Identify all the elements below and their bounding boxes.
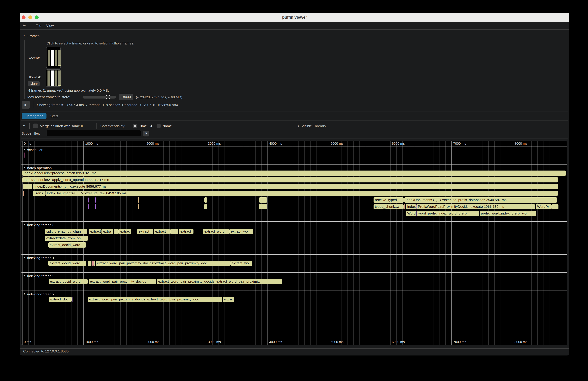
thread-label-t0[interactable]: indexing-thread:0 — [27, 223, 54, 227]
scope-bar[interactable]: extract_ — [137, 229, 153, 234]
thread-collapse-icon[interactable]: ▼ — [23, 274, 26, 277]
scope-bar[interactable]: extract_word_pair_proximity_docids — [89, 279, 156, 284]
scope-bar[interactable] — [72, 297, 72, 302]
flamegraph-panel[interactable]: 0 ms 1000 ms 2000 ms 3000 ms 4000 ms 500… — [21, 141, 567, 345]
scope-bar[interactable]: extrac — [119, 229, 131, 234]
scope-bar[interactable]: extra — [102, 229, 113, 234]
scope-bar[interactable]: IndexDocuments<_, _>::execute_prefix_dat… — [404, 197, 557, 203]
app-menu-icon[interactable]: ✳ — [22, 22, 26, 29]
scope-bar[interactable]: receive_typed_ — [374, 197, 404, 203]
scope-bar[interactable]: extract_wo — [229, 229, 253, 234]
scope-bar[interactable] — [259, 204, 267, 209]
thread-collapse-icon[interactable]: ▼ — [23, 166, 26, 169]
sort-name-radio[interactable] — [157, 124, 161, 128]
scope-bar[interactable] — [94, 261, 95, 266]
clear-button[interactable]: Clear — [28, 81, 40, 86]
thread-label-t3[interactable]: indexing-thread:3 — [27, 274, 54, 278]
scope-bar[interactable]: extract — [179, 229, 193, 234]
scope-bar[interactable]: word_prefix::index_word_prefix_ — [417, 211, 479, 216]
scope-bar[interactable]: extract_word_pair_proximity_docids::extr… — [96, 261, 230, 266]
scope-bar[interactable]: extract_doc — [49, 297, 72, 302]
scope-bar[interactable]: extract — [89, 229, 102, 234]
scope-bar[interactable]: typed_chunk::w — [374, 204, 404, 209]
scope-bar[interactable] — [24, 152, 24, 158]
scope-bar[interactable]: IndexScheduler>::apply_index_operation 8… — [22, 177, 558, 182]
scope-filter-input[interactable] — [47, 130, 141, 136]
scope-bar[interactable] — [552, 204, 558, 209]
thread-label-scheduler[interactable]: scheduler — [27, 148, 42, 152]
scope-bar[interactable]: extract_word_pair_proximity_docids::extr… — [157, 279, 282, 284]
scope-bar[interactable] — [259, 197, 267, 203]
scope-bar[interactable]: IndexDocuments<_, _>::execute_raw 8459.1… — [45, 191, 558, 196]
frame-bar[interactable] — [55, 70, 57, 86]
tab-stats[interactable]: Stats — [50, 114, 58, 118]
scope-bar[interactable] — [95, 204, 96, 209]
frames-header[interactable]: Frames — [27, 34, 40, 38]
scope-bar[interactable]: extract_word — [203, 229, 229, 234]
scope-bar[interactable]: Trans — [33, 191, 45, 196]
frame-bar[interactable] — [48, 50, 50, 66]
frame-bar-selected[interactable] — [51, 70, 54, 86]
max-recent-slider[interactable] — [83, 96, 116, 99]
menu-view[interactable]: View — [46, 22, 54, 29]
scope-bar[interactable]: extract_docid_word — [49, 279, 88, 284]
scope-bar[interactable]: extract::data_from_ob — [45, 236, 88, 241]
scope-bar[interactable]: extract_wo — [231, 261, 252, 266]
scope-bar[interactable]: PrefixWordPairsProximityDocids::execute … — [417, 204, 535, 209]
thread-label-batch[interactable]: batch-operation — [27, 166, 52, 170]
max-recent-value[interactable]: 18000 — [119, 94, 133, 100]
scope-bar[interactable] — [88, 197, 89, 203]
sort-time-radio[interactable] — [133, 124, 137, 128]
scope-bar[interactable] — [90, 261, 91, 266]
play-button[interactable]: ▶ — [22, 101, 30, 109]
scope-bar[interactable]: Word — [406, 211, 416, 216]
scope-bar[interactable] — [204, 197, 207, 203]
slider-knob[interactable] — [106, 95, 110, 99]
scope-bar[interactable] — [114, 229, 119, 234]
scope-bar[interactable] — [138, 197, 139, 203]
sort-time-label[interactable]: Time — [139, 124, 147, 128]
recent-frames-thumbnail[interactable] — [46, 47, 61, 68]
tab-flamegraph[interactable]: Flamegraph — [22, 113, 46, 119]
menu-file[interactable]: File — [36, 22, 41, 29]
scope-bar[interactable] — [171, 229, 178, 234]
clear-filter-button[interactable]: ✖ — [143, 131, 149, 136]
merge-label[interactable]: Merge children with same ID — [40, 124, 84, 128]
sort-name-label[interactable]: Name — [162, 124, 172, 128]
scope-bar[interactable] — [416, 211, 417, 216]
scope-bar[interactable] — [88, 261, 89, 266]
frame-bar[interactable] — [58, 70, 61, 86]
scope-bar[interactable] — [23, 184, 32, 189]
scope-bar[interactable]: IndexDocuments<_, _>::execute 8656.677 m… — [33, 184, 558, 189]
thread-label-t1[interactable]: indexing-thread:1 — [27, 256, 54, 260]
scope-bar[interactable]: extract_ — [154, 229, 171, 234]
scope-bar[interactable] — [89, 261, 90, 266]
visible-threads-collapse-icon[interactable]: ▶ — [298, 124, 300, 127]
scope-bar[interactable] — [23, 191, 24, 196]
scope-bar[interactable] — [95, 197, 96, 203]
scope-bar[interactable] — [92, 261, 94, 266]
scope-bar[interactable]: index — [406, 204, 416, 209]
scope-bar[interactable]: extract_docid_word — [48, 242, 86, 248]
scope-bar[interactable] — [73, 297, 73, 302]
scope-bar[interactable]: split_grenad_by_chun — [45, 229, 87, 234]
frame-bar-selected[interactable] — [51, 50, 54, 66]
frame-bar[interactable] — [58, 50, 61, 66]
thread-collapse-icon[interactable]: ▼ — [23, 148, 26, 151]
scope-bar[interactable] — [88, 204, 89, 209]
scope-bar[interactable] — [138, 204, 139, 209]
help-button[interactable]: ? — [23, 124, 25, 128]
thread-collapse-icon[interactable]: ▼ — [23, 223, 26, 226]
sort-direction-icon[interactable]: ⬇ — [150, 124, 153, 128]
scope-bar[interactable]: IndexScheduler>::process_batch 8953.821 … — [22, 170, 566, 176]
thread-label-t2[interactable]: indexing-thread:2 — [27, 292, 54, 296]
scope-bar[interactable]: prefix_word::index_prefix_wo — [480, 211, 536, 216]
slowest-frames-thumbnail[interactable] — [46, 69, 61, 87]
scope-bar[interactable]: extract_docid_word — [48, 261, 86, 266]
scope-bar[interactable] — [404, 204, 405, 209]
scope-bar[interactable]: extrac — [223, 297, 234, 302]
merge-checkbox[interactable] — [33, 124, 38, 128]
thread-collapse-icon[interactable]: ▼ — [23, 292, 26, 295]
scope-bar[interactable]: WordPr — [536, 204, 552, 209]
scope-bar[interactable]: extract_word_pair_proximity_docids::extr… — [88, 297, 222, 302]
